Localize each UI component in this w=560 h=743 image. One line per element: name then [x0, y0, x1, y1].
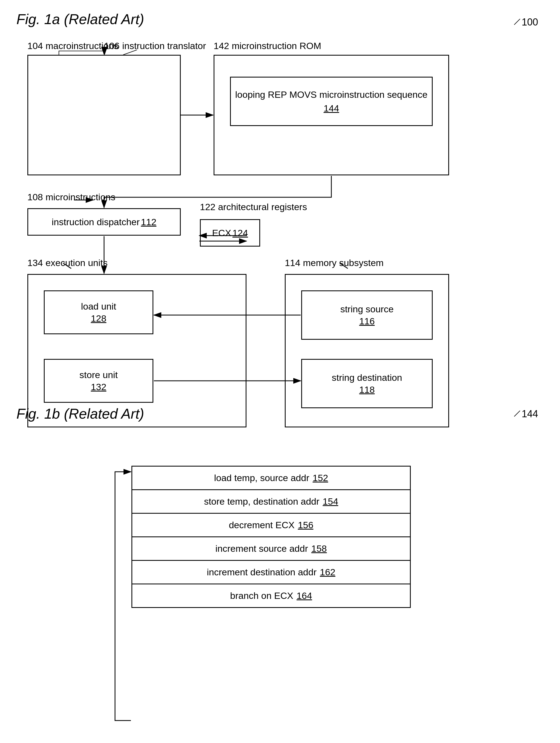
fig1b-row-1-text: load temp, source addr: [214, 473, 310, 483]
label-microinstructions: 108 microinstructions: [28, 192, 115, 203]
label-memory-subsystem: 114 memory subsystem: [285, 258, 384, 268]
label-architectural-registers: 122 architectural registers: [200, 202, 307, 212]
fig1b-instruction-table: load temp, source addr 152 store temp, d…: [132, 466, 411, 608]
string-source-ref: 116: [359, 315, 375, 327]
ecx-ref: 124: [232, 227, 248, 239]
store-unit-ref: 132: [91, 381, 106, 393]
fig1b-row-2-text: store temp, destination addr: [204, 496, 319, 507]
fig1b-row-5-ref: 162: [320, 567, 335, 577]
fig1a-title: Fig. 1a (Related Art): [16, 11, 144, 28]
ref-100: 100: [522, 16, 538, 28]
box-instruction-dispatcher: instruction dispatcher 112: [28, 208, 181, 235]
fig1b-title: Fig. 1b (Related Art): [16, 405, 144, 422]
instruction-dispatcher-ref: 112: [141, 216, 157, 228]
instruction-dispatcher-label: instruction dispatcher: [52, 216, 140, 228]
string-source-label: string source: [340, 303, 394, 315]
box-store-unit: store unit 132: [44, 359, 153, 403]
fig1b-row-6-ref: 164: [296, 591, 312, 601]
fig1b-row-2: store temp, destination addr 154: [132, 490, 410, 514]
label-microinstruction-rom: 142 microinstruction ROM: [214, 41, 321, 51]
box-ecx: ECX 124: [200, 219, 260, 247]
ref-144-fig: 144: [522, 408, 538, 420]
box-string-destination: string destination 118: [301, 359, 433, 408]
string-destination-label: string destination: [332, 372, 402, 384]
looping-rep-ref: 144: [324, 102, 339, 114]
fig1b-row-2-ref: 154: [323, 496, 338, 507]
label-instruction-translator: 106 instruction translator: [104, 41, 206, 51]
fig1b-row-5: increment destination addr 162: [132, 561, 410, 584]
load-unit-ref: 128: [91, 312, 106, 324]
box-instruction-translator: [28, 55, 181, 175]
fig1b-row-1-ref: 152: [313, 473, 328, 483]
store-unit-label: store unit: [80, 369, 118, 381]
fig1b-row-1: load temp, source addr 152: [132, 467, 410, 490]
fig1b-row-6: branch on ECX 164: [132, 584, 410, 607]
fig1b-row-3-ref: 156: [298, 520, 314, 530]
load-unit-label: load unit: [81, 300, 116, 312]
fig1b-row-3: decrement ECX 156: [132, 514, 410, 537]
label-execution-units: 134 execution units: [28, 258, 108, 268]
fig1b-row-4-ref: 158: [311, 543, 327, 554]
fig1b-row-3-text: decrement ECX: [229, 520, 295, 530]
string-destination-ref: 118: [359, 384, 375, 396]
fig1b-row-4: increment source addr 158: [132, 537, 410, 561]
fig1b-row-5-text: increment destination addr: [207, 567, 317, 577]
box-load-unit: load unit 128: [44, 291, 153, 334]
looping-rep-text-line1: looping REP MOVS microinstruction sequen…: [235, 88, 427, 100]
fig1b-row-4-text: increment source addr: [215, 543, 308, 554]
box-string-source: string source 116: [301, 291, 433, 340]
ecx-label: ECX: [212, 227, 231, 239]
fig1b-row-6-text: branch on ECX: [230, 591, 293, 601]
box-looping-rep: looping REP MOVS microinstruction sequen…: [230, 77, 433, 126]
